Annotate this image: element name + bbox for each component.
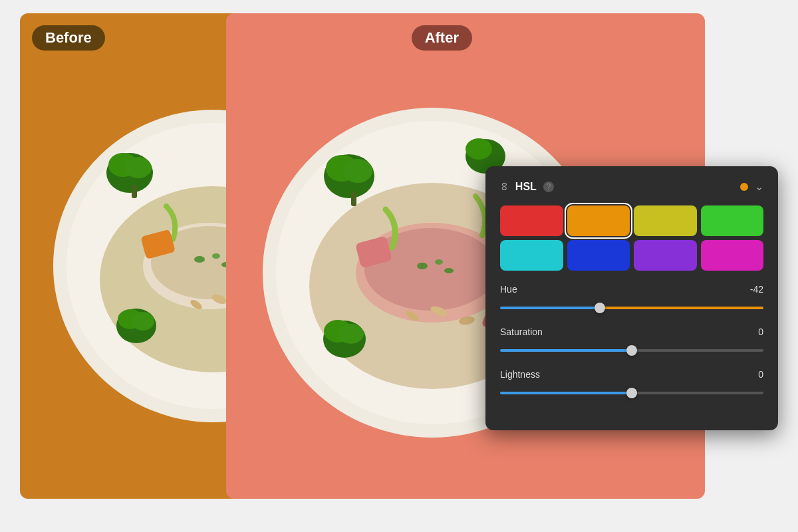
- lightness-track: [500, 392, 763, 394]
- saturation-track: [500, 349, 763, 352]
- saturation-slider-section: Saturation 0: [500, 327, 763, 357]
- lightness-slider-section: Lightness 0: [500, 369, 763, 400]
- hsl-panel: ∞ HSL ? ⌄ Hue -42: [485, 166, 778, 430]
- svg-point-42: [338, 324, 364, 344]
- panel-title: HSL: [515, 181, 537, 193]
- svg-rect-36: [351, 192, 356, 206]
- panel-header-left: ∞ HSL ?: [500, 180, 554, 194]
- chevron-down-icon[interactable]: ⌄: [755, 180, 763, 193]
- svg-point-30: [417, 263, 428, 269]
- hue-slider-track-container[interactable]: [500, 301, 763, 315]
- svg-point-5: [194, 256, 205, 263]
- color-swatch-purple[interactable]: [634, 240, 697, 271]
- saturation-label: Saturation: [500, 327, 543, 337]
- hue-thumb[interactable]: [595, 303, 605, 313]
- lightness-slider-header: Lightness 0: [500, 369, 763, 380]
- svg-point-35: [343, 159, 372, 183]
- before-label: Before: [32, 25, 105, 51]
- color-swatch-green[interactable]: [701, 205, 764, 236]
- color-swatch-magenta[interactable]: [701, 240, 764, 271]
- saturation-slider-header: Saturation 0: [500, 327, 763, 337]
- svg-point-44: [466, 138, 492, 160]
- link-icon: ∞: [497, 182, 511, 191]
- panel-header: ∞ HSL ? ⌄: [500, 180, 763, 194]
- svg-point-31: [435, 259, 443, 265]
- after-label: After: [412, 25, 472, 51]
- svg-point-32: [444, 268, 454, 273]
- lightness-thumb[interactable]: [626, 388, 637, 398]
- color-grid: [500, 205, 763, 271]
- svg-rect-11: [132, 185, 137, 198]
- svg-point-6: [212, 253, 220, 259]
- hue-track: [500, 307, 763, 309]
- color-swatch-red[interactable]: [500, 205, 563, 236]
- hue-label: Hue: [500, 284, 517, 295]
- saturation-thumb[interactable]: [626, 345, 637, 356]
- lightness-label: Lightness: [500, 369, 540, 380]
- active-color-indicator: [740, 183, 748, 191]
- main-container: Before: [0, 0, 798, 532]
- lightness-slider-track-container[interactable]: [500, 386, 763, 400]
- color-swatch-blue[interactable]: [567, 240, 630, 271]
- saturation-value: 0: [758, 327, 763, 337]
- color-swatch-orange[interactable]: [567, 205, 630, 236]
- hue-value: -42: [750, 284, 763, 295]
- panel-header-right: ⌄: [740, 180, 763, 193]
- color-swatch-cyan[interactable]: [500, 240, 563, 271]
- svg-point-10: [125, 157, 152, 178]
- hue-slider-header: Hue -42: [500, 284, 763, 295]
- hue-slider-section: Hue -42: [500, 284, 763, 315]
- svg-point-17: [132, 312, 154, 331]
- help-icon[interactable]: ?: [543, 182, 554, 192]
- color-swatch-yellow[interactable]: [634, 205, 697, 236]
- lightness-value: 0: [758, 369, 763, 380]
- saturation-slider-track-container[interactable]: [500, 344, 763, 357]
